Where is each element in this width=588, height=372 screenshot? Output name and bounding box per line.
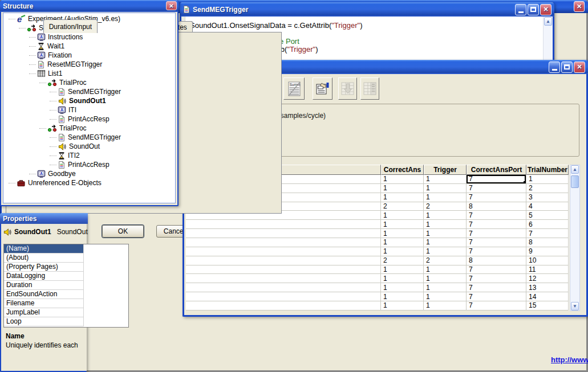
cell[interactable]: 1 (381, 283, 424, 292)
tree-item-printaccresp[interactable]: PrintAccResp (50, 115, 110, 124)
cell[interactable]: 7 (467, 220, 526, 229)
properties-button[interactable] (313, 77, 332, 100)
code-window-titlebar[interactable]: SendMEGTrigger ✕ (180, 2, 554, 17)
scroll-up-icon[interactable]: ▲ (544, 17, 552, 26)
minimize-button[interactable] (515, 4, 526, 15)
cell[interactable]: 4 (526, 202, 569, 211)
cell[interactable]: 2 (381, 256, 424, 265)
cell[interactable]: 8 (467, 256, 526, 265)
cell[interactable]: 15 (526, 301, 569, 310)
property-row-name[interactable]: (Name) (4, 244, 84, 254)
cell[interactable]: 2 (381, 202, 424, 211)
code-scrollbar[interactable]: ▲ (543, 17, 553, 60)
cell[interactable]: 9 (526, 247, 569, 256)
cell[interactable]: 14 (526, 292, 569, 301)
cell[interactable]: 7 (467, 292, 526, 301)
cell[interactable]: 6 (526, 220, 569, 229)
scroll-up-icon[interactable]: ▲ (571, 165, 579, 174)
cell[interactable]: 13 (526, 283, 569, 292)
cell[interactable]: 7 (467, 238, 526, 247)
tree-item-soundout[interactable]: SoundOut (50, 142, 100, 151)
cell[interactable]: 1 (424, 301, 467, 310)
cell[interactable]: 1 (381, 274, 424, 283)
cell[interactable]: 1 (381, 229, 424, 238)
cell[interactable]: 5 (526, 211, 569, 220)
cell[interactable]: 2 (424, 202, 467, 211)
cell[interactable]: 7 (467, 265, 526, 275)
cell[interactable]: 1 (381, 193, 424, 202)
tree-item-iti2[interactable]: ITI2 (50, 151, 80, 160)
cell[interactable]: 7 (467, 274, 526, 283)
column-header-correctans[interactable]: CorrectAns (381, 165, 424, 175)
cell[interactable]: 7 (526, 229, 569, 238)
cell[interactable]: 1 (424, 175, 467, 184)
selected-cell[interactable]: 7 (467, 175, 526, 184)
cell[interactable]: 7 (467, 211, 526, 220)
cell[interactable]: 12 (526, 274, 569, 283)
cell[interactable]: 1 (381, 265, 424, 275)
close-button[interactable]: ✕ (574, 62, 585, 73)
cell[interactable]: 2 (424, 256, 467, 265)
close-button[interactable]: ✕ (540, 4, 551, 15)
property-row-jumplabel[interactable]: JumpLabel (4, 308, 84, 317)
cell[interactable]: 7 (467, 247, 526, 256)
cell[interactable]: 1 (381, 184, 424, 193)
tab-duration-input[interactable]: Duration/Input (43, 19, 98, 33)
tree-item-printaccresp[interactable]: PrintAccResp (50, 160, 110, 169)
hyperlink[interactable]: http://www (551, 355, 588, 364)
cell[interactable]: 1 (424, 247, 467, 256)
cell[interactable]: 7 (467, 193, 526, 202)
cell[interactable]: 1 (424, 220, 467, 229)
tree-item-list1[interactable]: List1 (29, 69, 62, 78)
cell[interactable]: 1 (381, 175, 424, 184)
cell[interactable]: 1 (424, 193, 467, 202)
property-row-duration[interactable]: Duration (4, 281, 84, 290)
close-button[interactable]: ✕ (166, 1, 177, 10)
properties-object-header[interactable]: SoundOut1 SoundOut (3, 225, 88, 239)
cell[interactable]: 1 (381, 301, 424, 310)
column-header-correctansport[interactable]: CorrectAnsPort (467, 165, 526, 175)
property-row-loop[interactable]: Loop (4, 317, 84, 326)
structure-titlebar[interactable]: Structure ✕ (0, 0, 179, 12)
tree-item-resetmegtrigger[interactable]: ResetMEGTrigger (29, 60, 102, 69)
cell[interactable]: 3 (526, 193, 569, 202)
property-row-property-pages[interactable]: (Property Pages) (4, 263, 84, 272)
cell[interactable]: 1 (424, 283, 467, 292)
cell[interactable]: 7 (467, 301, 526, 310)
cell[interactable]: 7 (467, 229, 526, 238)
cell[interactable]: 1 (424, 184, 467, 193)
tree-item-trialproc[interactable]: TrialProc (39, 124, 87, 133)
tree-item-soundout1[interactable]: SoundOut1 (50, 96, 106, 105)
summary-button[interactable]: Summ (283, 77, 305, 100)
cell[interactable]: 1 (424, 292, 467, 301)
property-row-datalogging[interactable]: DataLogging (4, 272, 84, 281)
property-row-filename[interactable]: Filename (4, 299, 84, 308)
tree-item-sendmegtrigger[interactable]: SendMEGTrigger (50, 133, 121, 142)
cell[interactable]: 1 (381, 220, 424, 229)
cell[interactable]: 11 (526, 265, 569, 275)
table-scrollbar[interactable]: ▲ ▼ (570, 165, 580, 311)
cell[interactable]: 1 (381, 247, 424, 256)
property-row-endsoundaction[interactable]: EndSoundAction (4, 290, 84, 299)
cell[interactable]: 1 (424, 229, 467, 238)
tree-item-fixation[interactable]: AFixation (29, 51, 72, 60)
tree-item-trialproc[interactable]: TrialProc (39, 78, 87, 87)
tree-item-wait1[interactable]: Wait1 (29, 42, 64, 51)
scrollbar-thumb[interactable] (571, 175, 579, 188)
cell[interactable]: 1 (424, 274, 467, 283)
minimize-button[interactable] (549, 62, 560, 73)
column-header-trialnumber[interactable]: TrialNumber (526, 165, 569, 175)
cell[interactable]: 1 (526, 175, 569, 184)
ok-button[interactable]: OK (102, 225, 144, 238)
maximize-button[interactable] (528, 4, 539, 15)
tree-item-goodbye[interactable]: AGoodbye (29, 169, 76, 178)
properties-panel-titlebar[interactable]: Properties (0, 213, 88, 224)
cell[interactable]: 1 (381, 292, 424, 301)
cell[interactable]: 1 (424, 265, 467, 275)
cell[interactable]: 1 (381, 211, 424, 220)
property-row-about[interactable]: (About) (4, 254, 84, 263)
cell[interactable]: 8 (526, 238, 569, 247)
cell[interactable]: 7 (467, 283, 526, 292)
tree-item-unreferenced-e-objects[interactable]: Unreferenced E-Objects (9, 178, 102, 187)
maximize-button[interactable] (561, 62, 573, 73)
